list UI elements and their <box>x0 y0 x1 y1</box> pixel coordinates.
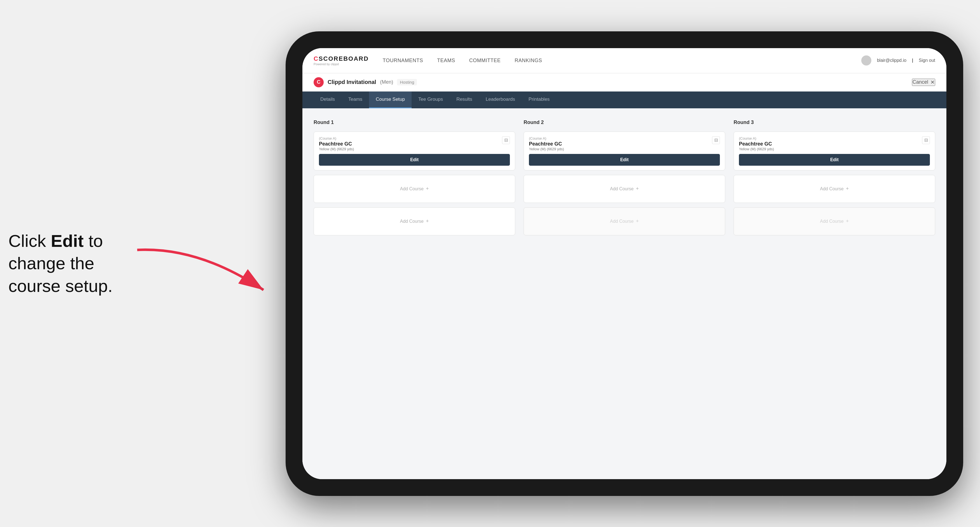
round-2-course-card: (Course A) Peachtree GC Yellow (M) (6629… <box>523 132 725 170</box>
round-1-course-label: (Course A) <box>319 136 354 141</box>
round-3-course-info: (Course A) Peachtree GC Yellow (M) (6629… <box>739 136 774 151</box>
instruction-prefix: Click <box>8 231 51 251</box>
round-1-course-name: Peachtree GC <box>319 141 354 147</box>
tab-printables[interactable]: Printables <box>522 92 557 108</box>
nav-links: TOURNAMENTS TEAMS COMMITTEE RANKINGS <box>383 58 861 63</box>
trash-icon-3: ⊟ <box>924 137 928 143</box>
round-2-edit-button[interactable]: Edit <box>529 154 720 166</box>
tournament-bar: C Clippd Invitational (Men) Hosting Canc… <box>302 73 947 92</box>
nav-rankings[interactable]: RANKINGS <box>515 58 542 63</box>
scoreboard-logo: CSCOREBOARD Powered by clippd <box>313 55 369 66</box>
instruction-text: Click Edit tochange thecourse setup. <box>8 230 113 297</box>
clippd-logo-icon: C <box>313 77 324 87</box>
round-1-course-info: (Course A) Peachtree GC Yellow (M) (6629… <box>319 136 354 151</box>
round-2-label: Round 2 <box>523 119 725 125</box>
round-3-add-course-2: Add Course + <box>733 207 935 235</box>
logo-title: CSCOREBOARD <box>313 55 369 62</box>
round-1-course-card: (Course A) Peachtree GC Yellow (M) (6629… <box>313 132 515 170</box>
tabs-bar: Details Teams Course Setup Tee Groups Re… <box>302 92 947 108</box>
add-course-label-3-2: Add Course <box>820 219 844 224</box>
plus-icon-1-1: + <box>426 186 429 192</box>
tablet-screen: CSCOREBOARD Powered by clippd TOURNAMENT… <box>302 48 947 479</box>
arrow-decoration <box>118 241 280 302</box>
round-1-delete-button[interactable]: ⊟ <box>502 136 510 144</box>
rounds-grid: Round 1 (Course A) Peachtree GC Yellow (… <box>313 119 935 235</box>
round-2-course-details: Yellow (M) (6629 yds) <box>529 147 564 151</box>
round-3-delete-button[interactable]: ⊟ <box>922 136 930 144</box>
round-3-course-header: (Course A) Peachtree GC Yellow (M) (6629… <box>734 132 935 154</box>
instruction-bold: Edit <box>51 231 84 251</box>
separator: | <box>912 58 913 63</box>
round-1-add-course-text-1: Add Course + <box>400 186 429 192</box>
user-email: blair@clippd.io <box>877 58 906 63</box>
round-1-add-course-2[interactable]: Add Course + <box>313 207 515 235</box>
add-course-label-1-1: Add Course <box>400 186 424 191</box>
round-1-course-details: Yellow (M) (6629 yds) <box>319 147 354 151</box>
round-1-column: Round 1 (Course A) Peachtree GC Yellow (… <box>313 119 515 235</box>
round-2-column: Round 2 (Course A) Peachtree GC Yellow (… <box>523 119 725 235</box>
nav-tournaments[interactable]: TOURNAMENTS <box>383 58 423 63</box>
round-2-add-course-2: Add Course + <box>523 207 725 235</box>
user-avatar <box>861 56 871 65</box>
add-course-label-2-2: Add Course <box>610 219 634 224</box>
logo-c-letter: C <box>313 55 319 62</box>
round-3-course-details: Yellow (M) (6629 yds) <box>739 147 774 151</box>
plus-icon-1-2: + <box>426 218 429 224</box>
add-course-label-2-1: Add Course <box>610 186 634 191</box>
round-3-add-course-1[interactable]: Add Course + <box>733 175 935 203</box>
plus-icon-3-2: + <box>846 218 849 224</box>
plus-icon-2-2: + <box>636 218 639 224</box>
plus-icon-3-1: + <box>846 186 849 192</box>
tab-leaderboards[interactable]: Leaderboards <box>479 92 522 108</box>
trash-icon-2: ⊟ <box>714 137 718 143</box>
nav-teams[interactable]: TEAMS <box>437 58 455 63</box>
tab-results[interactable]: Results <box>450 92 479 108</box>
tournament-name: Clippd Invitational <box>328 79 376 85</box>
round-2-course-name: Peachtree GC <box>529 141 564 147</box>
tournament-info: C Clippd Invitational (Men) Hosting <box>313 77 417 87</box>
round-2-add-course-1[interactable]: Add Course + <box>523 175 725 203</box>
main-content: Round 1 (Course A) Peachtree GC Yellow (… <box>302 108 947 479</box>
tab-teams[interactable]: Teams <box>342 92 369 108</box>
round-1-label: Round 1 <box>313 119 515 125</box>
nav-right: blair@clippd.io | Sign out <box>861 56 935 65</box>
round-1-add-course-1[interactable]: Add Course + <box>313 175 515 203</box>
sign-out-link[interactable]: Sign out <box>919 58 935 63</box>
cancel-button[interactable]: Cancel ✕ <box>912 79 935 86</box>
tab-details[interactable]: Details <box>313 92 342 108</box>
round-1-add-course-text-2: Add Course + <box>400 218 429 224</box>
plus-icon-2-1: + <box>636 186 639 192</box>
logo-subtitle: Powered by clippd <box>313 62 369 66</box>
logo-text: SCOREBOARD <box>319 55 369 62</box>
round-3-course-name: Peachtree GC <box>739 141 774 147</box>
hosting-badge: Hosting <box>397 79 417 85</box>
round-2-course-label: (Course A) <box>529 136 564 141</box>
cancel-icon: ✕ <box>931 79 935 85</box>
round-1-edit-button[interactable]: Edit <box>319 154 510 166</box>
round-3-add-course-text-2: Add Course + <box>820 218 849 224</box>
round-2-add-course-text-1: Add Course + <box>610 186 639 192</box>
add-course-label-3-1: Add Course <box>820 186 844 191</box>
round-3-column: Round 3 (Course A) Peachtree GC Yellow (… <box>733 119 935 235</box>
nav-committee[interactable]: COMMITTEE <box>469 58 501 63</box>
add-course-label-1-2: Add Course <box>400 219 424 224</box>
round-3-add-course-text-1: Add Course + <box>820 186 849 192</box>
round-1-course-header: (Course A) Peachtree GC Yellow (M) (6629… <box>314 132 515 154</box>
round-3-course-card: (Course A) Peachtree GC Yellow (M) (6629… <box>733 132 935 170</box>
tab-tee-groups[interactable]: Tee Groups <box>412 92 450 108</box>
round-2-course-info: (Course A) Peachtree GC Yellow (M) (6629… <box>529 136 564 151</box>
cancel-label: Cancel <box>913 79 928 85</box>
round-2-delete-button[interactable]: ⊟ <box>712 136 720 144</box>
tab-course-setup[interactable]: Course Setup <box>369 92 412 108</box>
tablet-frame: CSCOREBOARD Powered by clippd TOURNAMENT… <box>286 31 963 496</box>
round-2-add-course-text-2: Add Course + <box>610 218 639 224</box>
round-3-course-label: (Course A) <box>739 136 774 141</box>
round-2-course-header: (Course A) Peachtree GC Yellow (M) (6629… <box>524 132 725 154</box>
tournament-gender: (Men) <box>380 79 393 85</box>
round-3-label: Round 3 <box>733 119 935 125</box>
top-nav: CSCOREBOARD Powered by clippd TOURNAMENT… <box>302 48 947 73</box>
round-3-edit-button[interactable]: Edit <box>739 154 930 166</box>
trash-icon: ⊟ <box>504 137 508 143</box>
